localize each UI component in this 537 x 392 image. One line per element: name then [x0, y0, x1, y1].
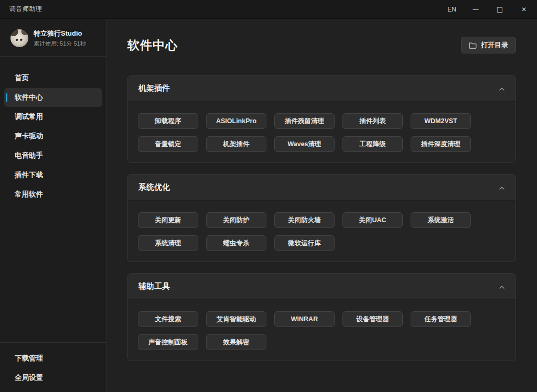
sidebar-item-label: 下载管理 [15, 354, 43, 363]
sidebar-item-home[interactable]: 首页 [4, 69, 102, 88]
action-button[interactable]: 插件深度清理 [411, 136, 471, 152]
section-header-system-optimize[interactable]: 系统优化 [128, 175, 515, 201]
action-button[interactable]: 系统激活 [411, 212, 471, 228]
section-body: 关闭更新关闭防护关闭防火墙关闭UAC系统激活系统清理蠕虫专杀微软运行库 [128, 201, 515, 262]
action-button[interactable]: 声音控制面板 [138, 334, 198, 350]
section-header-auxiliary-tools[interactable]: 辅助工具 [128, 274, 515, 300]
main-content: 软件中心 打开目录 机架插件卸载程序ASIOLinkPro插件残留清理插件列表W… [107, 19, 537, 392]
section-header-rack-plugins[interactable]: 机架插件 [128, 75, 515, 102]
sidebar-item-label: 首页 [15, 73, 29, 83]
section-title: 系统优化 [138, 182, 170, 192]
profile-info: 特立独行Studio 累计使用: 51分 51秒 [34, 29, 86, 48]
chevron-up-icon [499, 84, 505, 93]
sidebar-item-global-settings[interactable]: 全局设置 [4, 368, 102, 387]
sidebar-item-label: 调试常用 [15, 112, 43, 122]
action-button[interactable]: 插件残留清理 [274, 113, 335, 129]
action-button[interactable]: 关闭更新 [138, 212, 198, 228]
section-system-optimize: 系统优化关闭更新关闭防护关闭防火墙关闭UAC系统激活系统清理蠕虫专杀微软运行库 [127, 174, 516, 262]
page-title: 软件中心 [127, 37, 178, 53]
action-button[interactable]: 任务管理器 [411, 311, 471, 327]
app-window: 调音师助理 EN — □ ✕ 特立独行Studio 累计使用: 51分 51秒 … [0, 0, 537, 392]
action-button[interactable]: 蠕虫专杀 [206, 235, 266, 251]
action-button[interactable]: 关闭防护 [206, 212, 266, 228]
section-rack-plugins: 机架插件卸载程序ASIOLinkPro插件残留清理插件列表WDM2VST音量锁定… [127, 75, 516, 163]
selected-indicator [6, 93, 7, 102]
section-title: 机架插件 [138, 83, 170, 93]
titlebar: 调音师助理 EN — □ ✕ [0, 0, 537, 19]
action-button[interactable]: 关闭UAC [342, 212, 403, 228]
action-button[interactable]: 设备管理器 [342, 311, 403, 327]
sidebar-item-label: 电音助手 [15, 151, 43, 160]
maximize-button[interactable]: □ [488, 0, 512, 18]
sidebar-item-plugin-download[interactable]: 插件下载 [4, 166, 102, 184]
action-button[interactable]: 关闭防火墙 [274, 212, 335, 228]
sidebar-spacer [0, 204, 106, 342]
sidebar-item-label: 插件下载 [15, 170, 43, 180]
action-button[interactable]: 机架插件 [206, 136, 266, 152]
sidebar-item-edm-assistant[interactable]: 电音助手 [4, 146, 102, 165]
action-button[interactable]: 插件列表 [342, 113, 403, 129]
language-toggle[interactable]: EN [440, 0, 464, 18]
profile-name: 特立独行Studio [34, 29, 86, 38]
avatar [10, 29, 28, 47]
action-button[interactable]: WDM2VST [411, 113, 471, 129]
sidebar-item-soundcard-driver[interactable]: 声卡驱动 [4, 127, 102, 146]
chevron-up-icon [499, 282, 505, 291]
action-button[interactable]: WINRAR [274, 311, 335, 327]
section-auxiliary-tools: 辅助工具文件搜索艾肯智能驱动WINRAR设备管理器任务管理器声音控制面板效果解密 [127, 273, 516, 361]
sidebar-item-debug-common[interactable]: 调试常用 [4, 107, 102, 126]
open-directory-label: 打开目录 [481, 40, 508, 50]
folder-icon [469, 42, 477, 49]
action-button[interactable]: ASIOLinkPro [206, 113, 266, 129]
sidebar-item-label: 软件中心 [15, 93, 43, 102]
sidebar-nav: 首页软件中心调试常用声卡驱动电音助手插件下载常用软件 [0, 57, 106, 204]
action-button[interactable]: 工程降级 [342, 136, 403, 152]
main-header: 软件中心 打开目录 [127, 35, 516, 56]
sidebar-item-common-software[interactable]: 常用软件 [4, 185, 102, 204]
window-content: 特立独行Studio 累计使用: 51分 51秒 首页软件中心调试常用声卡驱动电… [0, 19, 537, 392]
action-button[interactable]: 音量锁定 [138, 136, 198, 152]
sidebar: 特立独行Studio 累计使用: 51分 51秒 首页软件中心调试常用声卡驱动电… [0, 19, 107, 392]
sidebar-nav-bottom: 下载管理全局设置 [0, 343, 106, 392]
section-body: 文件搜索艾肯智能驱动WINRAR设备管理器任务管理器声音控制面板效果解密 [128, 300, 515, 361]
profile-usage-time: 累计使用: 51分 51秒 [34, 40, 86, 48]
sidebar-item-label: 全局设置 [15, 373, 43, 383]
section-body: 卸载程序ASIOLinkPro插件残留清理插件列表WDM2VST音量锁定机架插件… [128, 102, 515, 162]
action-button[interactable]: 卸载程序 [138, 113, 198, 129]
sidebar-item-software-center[interactable]: 软件中心 [4, 88, 102, 107]
action-button[interactable]: 文件搜索 [138, 311, 198, 327]
action-button[interactable]: 微软运行库 [274, 235, 335, 251]
titlebar-controls: EN — □ ✕ [440, 0, 537, 18]
user-profile: 特立独行Studio 累计使用: 51分 51秒 [0, 19, 106, 56]
minimize-button[interactable]: — [464, 0, 488, 18]
sidebar-item-download-manager[interactable]: 下载管理 [4, 349, 102, 368]
action-button[interactable]: 效果解密 [206, 334, 266, 350]
action-button[interactable]: 系统清理 [138, 235, 198, 251]
section-title: 辅助工具 [138, 281, 170, 291]
action-button[interactable]: Waves清理 [274, 136, 335, 152]
close-button[interactable]: ✕ [512, 0, 536, 18]
sidebar-item-label: 声卡驱动 [15, 132, 43, 141]
sidebar-item-label: 常用软件 [15, 190, 43, 199]
chevron-up-icon [499, 183, 505, 192]
action-button[interactable]: 艾肯智能驱动 [206, 311, 266, 327]
sections-container: 机架插件卸载程序ASIOLinkPro插件残留清理插件列表WDM2VST音量锁定… [127, 75, 516, 361]
app-title: 调音师助理 [0, 5, 42, 14]
open-directory-button[interactable]: 打开目录 [461, 37, 516, 53]
